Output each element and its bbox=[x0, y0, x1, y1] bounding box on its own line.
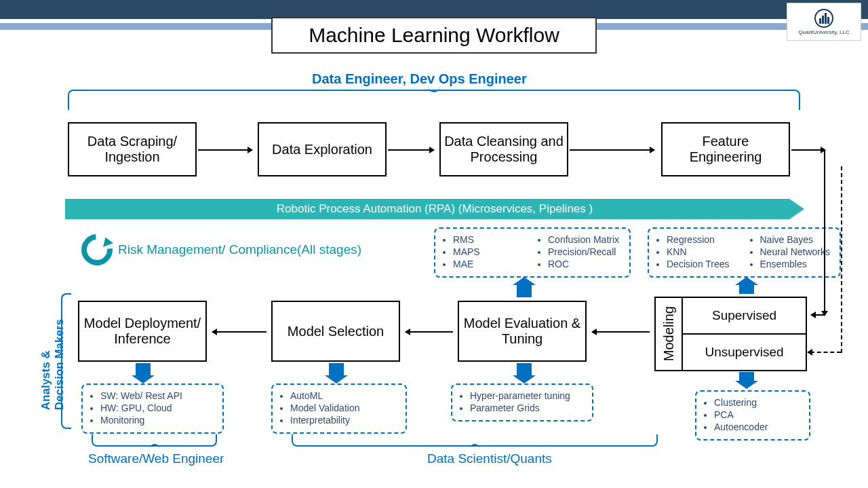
selection-details: AutoML Model Validation Interpretability bbox=[271, 383, 407, 434]
stage-deployment: Model Deployment/ Inference bbox=[78, 301, 207, 362]
stage-feature-engineering: Feature Engineering bbox=[661, 122, 790, 176]
left-bracket bbox=[61, 293, 71, 429]
unsupervised-details: Clustering PCA Autoencoder bbox=[695, 390, 810, 440]
risk-text: Risk Management/ Compliance(All stages) bbox=[118, 242, 361, 257]
logo: QuantUniversity, LLC bbox=[787, 3, 861, 41]
arrow-icon bbox=[388, 149, 434, 151]
role-top-label: Data Engineer, Dev Ops Engineer bbox=[312, 71, 527, 87]
modeling-box: Modeling Supervised Unsupervised bbox=[654, 297, 807, 371]
metrics-box: RMS MAPS MAE Confusion Matrix Precision/… bbox=[434, 227, 631, 278]
stage-selection: Model Selection bbox=[271, 301, 400, 362]
arrow-icon bbox=[592, 331, 650, 333]
risk-compliance: Risk Management/ Compliance(All stages) bbox=[81, 234, 361, 265]
deployment-details: SW: Web/ Rest API HW: GPU, Cloud Monitor… bbox=[81, 383, 224, 434]
blue-arrow-down-icon bbox=[329, 363, 344, 377]
role-data-scientist: Data Scientist/Quants bbox=[427, 451, 552, 466]
blue-arrow-down-icon bbox=[136, 363, 151, 377]
supervised-algos-box: Regression KNN Decision Trees Naive Baye… bbox=[648, 227, 841, 278]
top-bracket bbox=[68, 90, 800, 110]
connector-dashed-h bbox=[810, 352, 841, 353]
role-sw-engineer: Software/Web Engineer bbox=[88, 451, 224, 466]
cycle-icon bbox=[75, 228, 119, 272]
blue-arrow-up-icon bbox=[517, 284, 532, 297]
bracket-data-sci bbox=[292, 434, 658, 447]
arrow-head-icon bbox=[807, 349, 812, 356]
logo-text: QuantUniversity, LLC bbox=[798, 29, 849, 35]
connector-h bbox=[791, 149, 825, 151]
blue-arrow-down-icon bbox=[517, 363, 532, 377]
arrow-icon bbox=[198, 149, 252, 151]
stage-data-scraping: Data Scraping/ Ingestion bbox=[68, 122, 197, 176]
arrow-icon bbox=[570, 149, 654, 151]
modeling-vertical-label: Modeling bbox=[661, 306, 677, 361]
connector-line bbox=[824, 149, 825, 316]
connector-dashed bbox=[841, 166, 842, 353]
stage-data-exploration: Data Exploration bbox=[258, 122, 387, 176]
arrow-icon bbox=[212, 331, 267, 333]
stage-data-cleansing: Data Cleansing and Processing bbox=[439, 122, 568, 176]
blue-arrow-up-icon bbox=[739, 284, 754, 294]
tuning-details: Hyper-parameter tuning Parameter Grids bbox=[451, 383, 593, 421]
blue-arrow-down-icon bbox=[739, 372, 754, 382]
arrow-icon bbox=[406, 331, 453, 333]
supervised-cell: Supervised bbox=[683, 298, 806, 335]
arrow-icon bbox=[811, 314, 825, 316]
bracket-sw-eng bbox=[92, 434, 217, 447]
rpa-banner: Robotic Process Automation (RPA) (Micros… bbox=[65, 199, 804, 219]
stage-evaluation: Model Evaluation & Tuning bbox=[458, 301, 587, 362]
page-title: Machine Learning Workflow bbox=[271, 17, 597, 54]
unsupervised-cell: Unsupervised bbox=[683, 335, 806, 370]
